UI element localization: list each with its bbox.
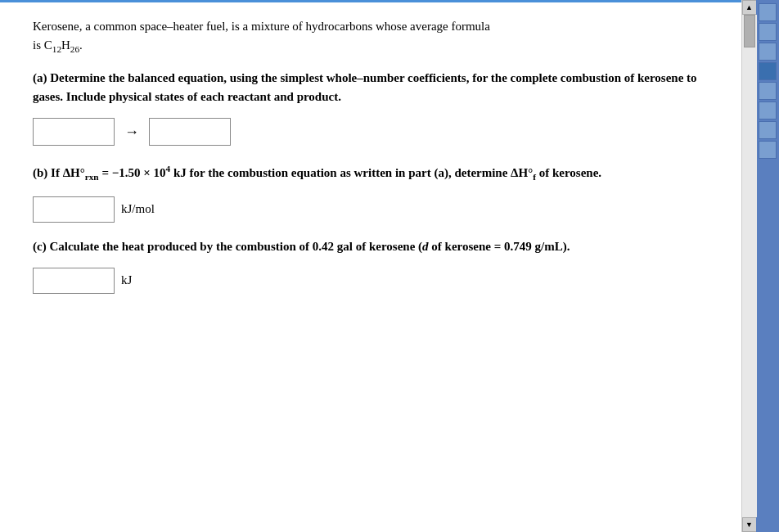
part-c-unit: kJ [121,273,132,287]
right-btn-6[interactable] [759,101,777,119]
part-c-input[interactable] [33,268,115,294]
part-a-description: Determine the balanced equation, using t… [33,71,697,103]
scrollbar-track[interactable] [742,15,757,517]
product-input[interactable] [149,118,231,146]
equation-input-row: → [33,118,725,146]
part-a-text: (a) Determine the balanced equation, usi… [33,69,725,107]
scrollbar-thumb[interactable] [744,15,755,47]
part-a-label: (a) [33,71,47,84]
part-b-section: (b) If ΔH°rxn = −1.50 × 104 kJ for the c… [33,162,725,222]
part-b-text: (b) If ΔH°rxn = −1.50 × 104 kJ for the c… [33,162,725,184]
rxn-subscript: rxn [85,172,99,182]
right-btn-8[interactable] [759,141,777,159]
h-subscript: 26 [70,44,79,54]
part-c-text: (c) Calculate the heat produced by the c… [33,237,725,256]
f-subscript: f [533,172,536,182]
main-scrollbar: ▲ ▼ [741,0,756,532]
intro-line2: is C12H26. [33,38,83,52]
right-btn-4[interactable] [759,62,777,80]
c-subscript: 12 [52,44,61,54]
part-b-input[interactable] [33,196,115,223]
intro-section: Kerosene, a common space–heater fuel, is… [33,17,725,57]
reactant-input[interactable] [33,118,115,146]
content-area: Kerosene, a common space–heater fuel, is… [0,0,741,532]
right-btn-3[interactable] [759,43,777,61]
scroll-up-button[interactable]: ▲ [742,0,757,15]
part-a-section: (a) Determine the balanced equation, usi… [33,69,725,147]
part-b-label: (b) [33,166,47,179]
part-b-description: If ΔH°rxn = −1.50 × 104 kJ for the combu… [51,166,601,179]
part-c-label: (c) [33,240,47,253]
reaction-arrow: → [124,124,139,141]
part-c-answer-row: kJ [33,268,725,294]
part-c-description: Calculate the heat produced by the combu… [49,240,570,253]
intro-text: Kerosene, a common space–heater fuel, is… [33,17,725,57]
d-italic: d [422,240,429,253]
part-b-answer-row: kJ/mol [33,196,725,223]
right-btn-5[interactable] [759,82,777,100]
exp-4: 4 [166,164,171,174]
right-btn-2[interactable] [759,23,777,41]
intro-line1: Kerosene, a common space–heater fuel, is… [33,20,490,33]
scroll-down-button[interactable]: ▼ [742,517,757,532]
main-container: Kerosene, a common space–heater fuel, is… [0,0,779,532]
right-btn-1[interactable] [759,3,777,21]
right-btn-7[interactable] [759,121,777,139]
part-c-section: (c) Calculate the heat produced by the c… [33,237,725,294]
right-panel [756,0,779,532]
part-b-unit: kJ/mol [121,202,155,216]
